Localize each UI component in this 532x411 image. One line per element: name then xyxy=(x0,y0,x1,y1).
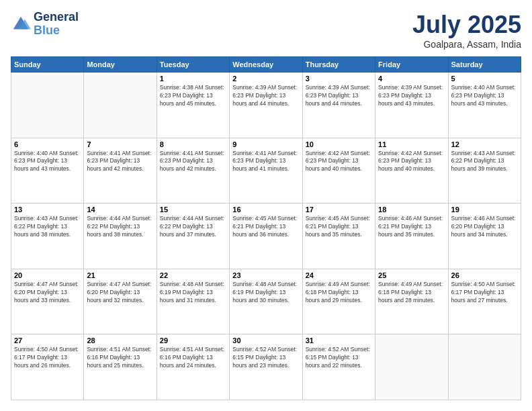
col-wednesday: Wednesday xyxy=(230,57,302,73)
table-row: 12Sunrise: 4:43 AM Sunset: 6:22 PM Dayli… xyxy=(448,138,521,203)
day-info: Sunrise: 4:49 AM Sunset: 6:18 PM Dayligh… xyxy=(306,281,372,305)
header: General Blue July 2025 Goalpara, Assam, … xyxy=(11,11,521,50)
day-info: Sunrise: 4:46 AM Sunset: 6:20 PM Dayligh… xyxy=(451,215,518,239)
day-info: Sunrise: 4:50 AM Sunset: 6:17 PM Dayligh… xyxy=(451,281,518,305)
day-info: Sunrise: 4:50 AM Sunset: 6:17 PM Dayligh… xyxy=(14,346,81,370)
table-row: 4Sunrise: 4:39 AM Sunset: 6:23 PM Daylig… xyxy=(375,73,448,138)
logo-text: General Blue xyxy=(34,11,79,38)
day-number: 6 xyxy=(14,140,81,148)
day-info: Sunrise: 4:44 AM Sunset: 6:22 PM Dayligh… xyxy=(87,215,153,239)
day-number: 25 xyxy=(378,271,445,279)
logo: General Blue xyxy=(11,11,79,38)
day-info: Sunrise: 4:47 AM Sunset: 6:20 PM Dayligh… xyxy=(87,281,153,305)
day-info: Sunrise: 4:48 AM Sunset: 6:19 PM Dayligh… xyxy=(160,281,226,305)
table-row: 19Sunrise: 4:46 AM Sunset: 6:20 PM Dayli… xyxy=(448,203,521,269)
table-row: 25Sunrise: 4:49 AM Sunset: 6:18 PM Dayli… xyxy=(375,269,448,334)
month-title: July 2025 xyxy=(412,11,521,39)
table-row: 29Sunrise: 4:51 AM Sunset: 6:16 PM Dayli… xyxy=(157,334,229,400)
day-number: 8 xyxy=(160,140,226,148)
day-number: 26 xyxy=(451,271,518,279)
day-number: 24 xyxy=(306,271,372,279)
table-row: 8Sunrise: 4:41 AM Sunset: 6:23 PM Daylig… xyxy=(157,138,229,203)
week-row-1: 1Sunrise: 4:38 AM Sunset: 6:23 PM Daylig… xyxy=(11,73,521,138)
day-number: 30 xyxy=(232,336,299,345)
week-row-5: 27Sunrise: 4:50 AM Sunset: 6:17 PM Dayli… xyxy=(11,334,521,400)
col-monday: Monday xyxy=(84,57,157,73)
table-row: 24Sunrise: 4:49 AM Sunset: 6:18 PM Dayli… xyxy=(302,269,375,334)
day-info: Sunrise: 4:48 AM Sunset: 6:19 PM Dayligh… xyxy=(232,281,299,305)
day-number: 19 xyxy=(451,205,518,214)
day-info: Sunrise: 4:43 AM Sunset: 6:22 PM Dayligh… xyxy=(451,150,518,174)
col-saturday: Saturday xyxy=(448,57,521,73)
table-row: 28Sunrise: 4:51 AM Sunset: 6:16 PM Dayli… xyxy=(84,334,157,400)
location-title: Goalpara, Assam, India xyxy=(412,39,521,50)
day-info: Sunrise: 4:41 AM Sunset: 6:23 PM Dayligh… xyxy=(160,150,226,174)
table-row: 14Sunrise: 4:44 AM Sunset: 6:22 PM Dayli… xyxy=(84,203,157,269)
table-row: 15Sunrise: 4:44 AM Sunset: 6:22 PM Dayli… xyxy=(157,203,229,269)
day-number: 23 xyxy=(232,271,299,279)
day-number: 17 xyxy=(306,205,372,214)
table-row xyxy=(448,334,521,400)
day-info: Sunrise: 4:47 AM Sunset: 6:20 PM Dayligh… xyxy=(14,281,81,305)
week-row-4: 20Sunrise: 4:47 AM Sunset: 6:20 PM Dayli… xyxy=(11,269,521,334)
day-info: Sunrise: 4:52 AM Sunset: 6:15 PM Dayligh… xyxy=(306,346,372,370)
table-row xyxy=(84,73,157,138)
day-number: 10 xyxy=(306,140,372,148)
day-info: Sunrise: 4:39 AM Sunset: 6:23 PM Dayligh… xyxy=(378,84,445,108)
day-number: 22 xyxy=(160,271,226,279)
table-row xyxy=(375,334,448,400)
day-info: Sunrise: 4:40 AM Sunset: 6:23 PM Dayligh… xyxy=(451,84,518,108)
table-row: 1Sunrise: 4:38 AM Sunset: 6:23 PM Daylig… xyxy=(157,73,229,138)
day-number: 27 xyxy=(14,336,81,345)
day-number: 16 xyxy=(232,205,299,214)
day-info: Sunrise: 4:41 AM Sunset: 6:23 PM Dayligh… xyxy=(87,150,153,174)
table-row: 27Sunrise: 4:50 AM Sunset: 6:17 PM Dayli… xyxy=(11,334,84,400)
day-number: 13 xyxy=(14,205,81,214)
day-info: Sunrise: 4:42 AM Sunset: 6:23 PM Dayligh… xyxy=(306,150,372,174)
col-sunday: Sunday xyxy=(11,57,84,73)
table-row: 16Sunrise: 4:45 AM Sunset: 6:21 PM Dayli… xyxy=(230,203,302,269)
table-row: 10Sunrise: 4:42 AM Sunset: 6:23 PM Dayli… xyxy=(302,138,375,203)
day-info: Sunrise: 4:44 AM Sunset: 6:22 PM Dayligh… xyxy=(160,215,226,239)
table-row: 22Sunrise: 4:48 AM Sunset: 6:19 PM Dayli… xyxy=(157,269,229,334)
day-info: Sunrise: 4:41 AM Sunset: 6:23 PM Dayligh… xyxy=(232,150,299,174)
day-info: Sunrise: 4:49 AM Sunset: 6:18 PM Dayligh… xyxy=(378,281,445,305)
table-row: 20Sunrise: 4:47 AM Sunset: 6:20 PM Dayli… xyxy=(11,269,84,334)
table-row: 7Sunrise: 4:41 AM Sunset: 6:23 PM Daylig… xyxy=(84,138,157,203)
col-tuesday: Tuesday xyxy=(157,57,229,73)
day-number: 28 xyxy=(87,336,153,345)
calendar-header-row: Sunday Monday Tuesday Wednesday Thursday… xyxy=(11,57,521,73)
table-row: 31Sunrise: 4:52 AM Sunset: 6:15 PM Dayli… xyxy=(302,334,375,400)
day-number: 5 xyxy=(451,75,518,83)
day-info: Sunrise: 4:46 AM Sunset: 6:21 PM Dayligh… xyxy=(378,215,445,239)
day-number: 11 xyxy=(378,140,445,148)
day-number: 20 xyxy=(14,271,81,279)
title-block: July 2025 Goalpara, Assam, India xyxy=(412,11,521,50)
page: General Blue July 2025 Goalpara, Assam, … xyxy=(0,0,532,411)
day-number: 1 xyxy=(160,75,226,83)
day-info: Sunrise: 4:45 AM Sunset: 6:21 PM Dayligh… xyxy=(232,215,299,239)
day-number: 2 xyxy=(232,75,299,83)
table-row: 13Sunrise: 4:43 AM Sunset: 6:22 PM Dayli… xyxy=(11,203,84,269)
day-number: 12 xyxy=(451,140,518,148)
week-row-3: 13Sunrise: 4:43 AM Sunset: 6:22 PM Dayli… xyxy=(11,203,521,269)
table-row: 21Sunrise: 4:47 AM Sunset: 6:20 PM Dayli… xyxy=(84,269,157,334)
table-row: 6Sunrise: 4:40 AM Sunset: 6:23 PM Daylig… xyxy=(11,138,84,203)
day-number: 14 xyxy=(87,205,153,214)
logo-icon xyxy=(11,14,31,34)
week-row-2: 6Sunrise: 4:40 AM Sunset: 6:23 PM Daylig… xyxy=(11,138,521,203)
day-info: Sunrise: 4:45 AM Sunset: 6:21 PM Dayligh… xyxy=(306,215,372,239)
table-row: 17Sunrise: 4:45 AM Sunset: 6:21 PM Dayli… xyxy=(302,203,375,269)
table-row: 11Sunrise: 4:42 AM Sunset: 6:23 PM Dayli… xyxy=(375,138,448,203)
day-info: Sunrise: 4:38 AM Sunset: 6:23 PM Dayligh… xyxy=(160,84,226,108)
table-row: 2Sunrise: 4:39 AM Sunset: 6:23 PM Daylig… xyxy=(230,73,302,138)
table-row: 26Sunrise: 4:50 AM Sunset: 6:17 PM Dayli… xyxy=(448,269,521,334)
table-row: 5Sunrise: 4:40 AM Sunset: 6:23 PM Daylig… xyxy=(448,73,521,138)
table-row: 23Sunrise: 4:48 AM Sunset: 6:19 PM Dayli… xyxy=(230,269,302,334)
day-number: 29 xyxy=(160,336,226,345)
table-row: 9Sunrise: 4:41 AM Sunset: 6:23 PM Daylig… xyxy=(230,138,302,203)
table-row xyxy=(11,73,84,138)
day-number: 4 xyxy=(378,75,445,83)
table-row: 18Sunrise: 4:46 AM Sunset: 6:21 PM Dayli… xyxy=(375,203,448,269)
day-info: Sunrise: 4:40 AM Sunset: 6:23 PM Dayligh… xyxy=(14,150,81,174)
